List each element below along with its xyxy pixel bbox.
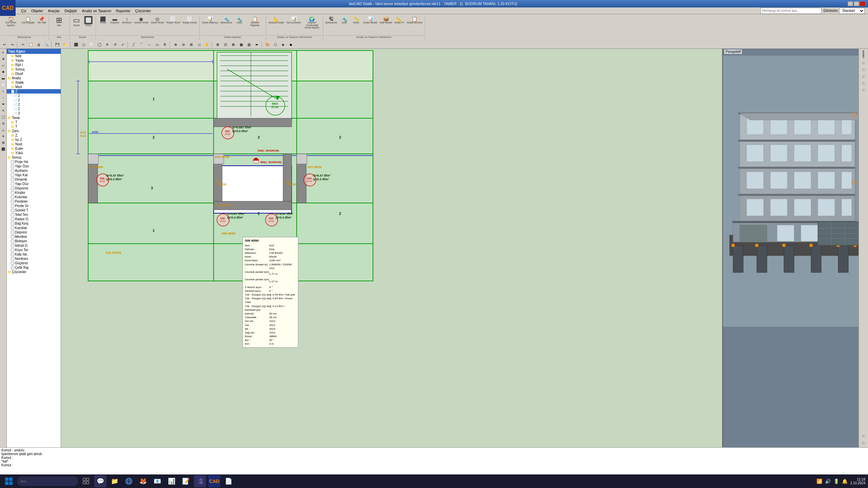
tree-istinat[interactable]: İstinat D. bbox=[7, 243, 61, 248]
tree-euler[interactable]: 📁 Euler bbox=[7, 146, 61, 151]
lp-slab[interactable]: ⬜ bbox=[0, 82, 6, 88]
yari-rijit-button[interactable]: 📌 Yarı Rijit bbox=[36, 16, 47, 25]
3d-btn-6[interactable]: □ bbox=[861, 433, 867, 439]
tree-z-2c[interactable]: 📄 2 bbox=[7, 102, 61, 107]
3d-btn-4[interactable]: □ bbox=[861, 80, 867, 86]
radye-kenari-button[interactable]: ⬜ Radye Kenarı bbox=[181, 16, 198, 25]
celik-button[interactable]: 🔩 Çelik bbox=[234, 16, 245, 25]
tree-z-2d[interactable]: 📄 2 bbox=[7, 107, 61, 111]
inkele-makro-button[interactable]: 📊 İnkele Makrosu bbox=[201, 16, 219, 25]
rect-select[interactable]: ⬜ bbox=[88, 41, 95, 48]
drawing-area[interactable]: K06 60/36 K07 60/36 K05 25 50 P08 25/210… bbox=[61, 49, 722, 447]
tree-dispome[interactable]: Dispome bbox=[7, 186, 61, 190]
deselect-button[interactable]: ◻ bbox=[80, 41, 87, 48]
tree-mod[interactable]: 📁 Mod bbox=[7, 85, 61, 89]
tree-surekli-t[interactable]: Sürekli T bbox=[7, 208, 61, 212]
zoom-prev[interactable]: ◁ bbox=[195, 41, 203, 48]
celik2-button[interactable]: 🔩 Çelik bbox=[338, 16, 350, 25]
taskbar-app-teams[interactable] bbox=[194, 475, 206, 487]
print-button[interactable]: 🖨 bbox=[35, 41, 42, 48]
layer-btn[interactable]: ▦ bbox=[237, 41, 245, 48]
taskbar-app-word[interactable]: 📝 bbox=[180, 475, 192, 487]
tree-zam[interactable]: 📁 Zam. bbox=[7, 129, 61, 133]
duvar-button[interactable]: ▭ Duvar bbox=[71, 16, 82, 28]
tree-item-nötr[interactable]: 📁 Nötr bbox=[7, 54, 61, 58]
lp-select[interactable]: ↖ bbox=[0, 49, 6, 56]
lp-misc6[interactable]: ⬛ bbox=[0, 146, 6, 152]
lp-node[interactable]: ⊕ bbox=[0, 56, 6, 62]
dinamik-analiz-button[interactable]: 📐 Dinamik Analiz bbox=[268, 16, 285, 25]
tree-kalp[interactable]: Kalp İsk. bbox=[7, 252, 61, 257]
tree-birlesim[interactable]: Birleşim bbox=[7, 239, 61, 243]
menu-raporlar[interactable]: Raporlar bbox=[114, 8, 132, 14]
close-button[interactable]: × bbox=[860, 1, 865, 6]
notification-icon[interactable]: 🔔 bbox=[842, 479, 848, 484]
analiz3-button[interactable]: 📐 Analiz 3+ bbox=[393, 16, 405, 25]
text-tool[interactable]: A bbox=[161, 41, 169, 48]
arc-tool[interactable]: ⌣ bbox=[145, 41, 153, 48]
merdiven-button[interactable]: ↕ Merdiven bbox=[121, 16, 133, 25]
lp-misc1[interactable]: ◯ bbox=[0, 114, 6, 120]
modal-moment-button[interactable]: 📋 Modal Moment bbox=[406, 16, 423, 25]
select-button[interactable]: ⬛ bbox=[72, 41, 80, 48]
karsi-button[interactable]: 🔲 Karşı bbox=[83, 16, 94, 28]
tree-statik[interactable]: 📁 Statik bbox=[7, 80, 61, 85]
move-tool[interactable]: ✛ bbox=[103, 41, 111, 48]
dim-btn[interactable]: ⬌ bbox=[253, 41, 260, 48]
lp-dim[interactable]: ⬌ bbox=[0, 101, 6, 107]
tree-noel[interactable]: 📁 Noel bbox=[7, 142, 61, 146]
tree-item-yayla[interactable]: 📁 Yayla bbox=[7, 58, 61, 63]
zoom-all[interactable]: ⊞ bbox=[188, 41, 195, 48]
tree-t2[interactable]: 📁 T bbox=[7, 124, 61, 129]
lp-column[interactable]: ■ bbox=[0, 69, 6, 75]
radye-temel-button[interactable]: ⬜ Radye Temel bbox=[165, 16, 181, 25]
snap-toggle[interactable]: ⊡ bbox=[222, 41, 229, 48]
rotate-tool[interactable]: ↺ bbox=[111, 41, 119, 48]
rect-tool[interactable]: ▭ bbox=[153, 41, 161, 48]
tree-item-rijit[interactable]: 📁 Rijit I bbox=[7, 63, 61, 67]
tree-t1[interactable]: 📁 T bbox=[7, 120, 61, 124]
open-button[interactable]: 📂 bbox=[61, 41, 69, 48]
tree-yuku[interactable]: 📁 Yükü bbox=[7, 151, 61, 155]
tree-merdive[interactable]: Merdive bbox=[7, 235, 61, 239]
taskbar-app-chat[interactable]: 💬 bbox=[94, 475, 106, 487]
view3d-btn[interactable]: ⬡ bbox=[272, 41, 279, 48]
hatch-btn[interactable]: ▧ bbox=[245, 41, 253, 48]
perde-button[interactable]: ⬛ Perde bbox=[97, 16, 109, 25]
redo-button[interactable]: ↪ bbox=[8, 41, 16, 48]
tree-nonlinex[interactable]: Nonlinex bbox=[7, 257, 61, 261]
lp-misc5[interactable]: ⊞ bbox=[0, 140, 6, 146]
tree-celik-raj[interactable]: Çelik Raj bbox=[7, 265, 61, 270]
tree-koyu-ter[interactable]: Koyu Ter bbox=[7, 248, 61, 252]
betonarme2-button[interactable]: 🔩 Betonarme bbox=[220, 16, 233, 25]
taskview-button[interactable] bbox=[80, 475, 92, 487]
tree-z-2a[interactable]: 📄 2 bbox=[7, 94, 61, 98]
kat-genel-button[interactable]: 🏠 Kat Genel Ayarları bbox=[1, 16, 20, 27]
view-combo[interactable]: Standart Görünüm: bbox=[839, 8, 865, 14]
scale-tool[interactable]: ⤢ bbox=[119, 41, 126, 48]
zoom-button[interactable]: 🔍 bbox=[43, 41, 50, 48]
tree-tasar[interactable]: 📁 Tasar bbox=[7, 116, 61, 120]
taskbar-app-outlook[interactable]: 📧 bbox=[151, 475, 163, 487]
tree-z2[interactable]: 📁 Z. bbox=[7, 133, 61, 138]
grid-toggle[interactable]: ⊞ bbox=[214, 41, 221, 48]
maximize-button[interactable]: □ bbox=[854, 1, 859, 6]
katli-model-button[interactable]: 📦 Katlı Modeli bbox=[379, 16, 393, 25]
tree-hoz[interactable]: 📁 ho Z bbox=[7, 138, 61, 142]
3d-btn-7[interactable]: □ bbox=[861, 440, 867, 446]
circle-tool[interactable]: ◯ bbox=[96, 41, 103, 48]
lp-misc3[interactable]: △ bbox=[0, 127, 6, 133]
tree-perde-gr[interactable]: Perde Gr bbox=[7, 204, 61, 208]
tree-bag-kiris[interactable]: Bağ Kiriş bbox=[7, 221, 61, 226]
lp-misc2[interactable]: ◎ bbox=[0, 120, 6, 126]
lp-text[interactable]: A bbox=[0, 107, 6, 114]
tree-z-3[interactable]: 📄 3 bbox=[7, 111, 61, 116]
tree-kirisler[interactable]: Kirişler bbox=[7, 190, 61, 195]
tree-kaziklar[interactable]: Kazıklar bbox=[7, 226, 61, 230]
render-btn[interactable]: 🎨 bbox=[264, 41, 271, 48]
tree-analiz[interactable]: 📁 Analiz bbox=[7, 76, 61, 80]
tree-z-2b[interactable]: 📄 2 bbox=[7, 98, 61, 102]
clock[interactable]: 11:18 2.10.2024 bbox=[850, 477, 866, 485]
3d-btn-3[interactable]: □ bbox=[861, 74, 867, 80]
tree-aciklam[interactable]: Açıklamı bbox=[7, 168, 61, 173]
